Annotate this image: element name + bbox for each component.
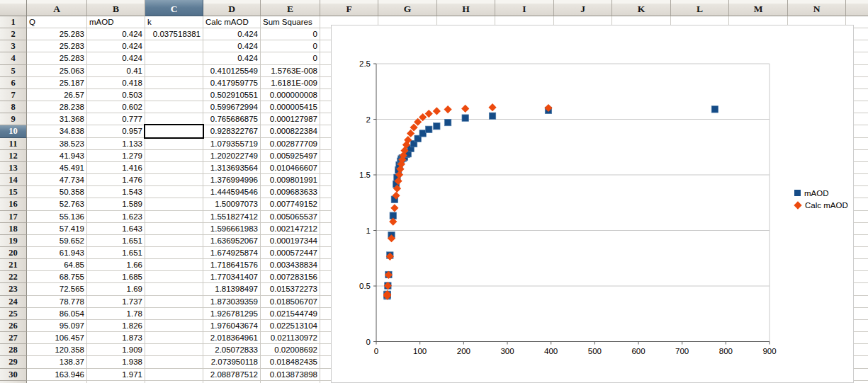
cell-C16[interactable] [145, 198, 203, 210]
cell-C9[interactable] [145, 113, 203, 125]
row-header-5[interactable]: 5 [0, 65, 27, 77]
cell-A25[interactable]: 86.054 [27, 308, 87, 320]
row-header-23[interactable]: 23 [0, 283, 27, 295]
cell-B2[interactable]: 0.424 [87, 28, 145, 40]
cell-E2[interactable]: 0 [261, 28, 320, 40]
row-header-10[interactable]: 10 [0, 125, 27, 137]
cell-B13[interactable]: 1.416 [87, 162, 145, 174]
cell-A2[interactable]: 25.283 [27, 28, 87, 40]
cell-D8[interactable]: 0.599672994 [203, 101, 261, 113]
cell-E18[interactable]: 0.002147212 [261, 223, 320, 235]
cell-A13[interactable]: 45.491 [27, 162, 87, 174]
cell-D5[interactable]: 0.410125549 [203, 65, 261, 77]
cell-A14[interactable]: 47.734 [27, 174, 87, 186]
cell-E24[interactable]: 0.018506707 [261, 296, 320, 308]
row-header-30[interactable]: 30 [0, 369, 27, 381]
cell-E17[interactable]: 0.005065537 [261, 211, 320, 223]
cell-D6[interactable]: 0.417959775 [203, 77, 261, 89]
cell-E13[interactable]: 0.010466607 [261, 162, 320, 174]
row-header-7[interactable]: 7 [0, 89, 27, 101]
cell-C1[interactable]: k [145, 16, 203, 28]
row-header-24[interactable]: 24 [0, 296, 27, 308]
legend-entry-Calc-mAOD[interactable]: Calc mAOD [794, 199, 848, 211]
cell-D23[interactable]: 1.81398497 [203, 283, 261, 295]
cell-C13[interactable] [145, 162, 203, 174]
cell-B21[interactable]: 1.66 [87, 259, 145, 271]
cell-C8[interactable] [145, 101, 203, 113]
cell-A3[interactable]: 25.283 [27, 40, 87, 52]
cell-E22[interactable]: 0.007283156 [261, 271, 320, 283]
cell-A29[interactable]: 138.37 [27, 356, 87, 368]
row-header-22[interactable]: 22 [0, 271, 27, 283]
cell-B28[interactable]: 1.909 [87, 344, 145, 356]
row-header-18[interactable]: 18 [0, 223, 27, 235]
column-header-L[interactable]: L [671, 0, 729, 16]
cell-D3[interactable]: 0.424 [203, 40, 261, 52]
row-header-16[interactable]: 16 [0, 198, 27, 210]
row-header-3[interactable]: 3 [0, 40, 27, 52]
cell-A11[interactable]: 38.523 [27, 138, 87, 150]
cell-D30[interactable]: 2.088787512 [203, 369, 261, 381]
row-header-15[interactable]: 15 [0, 186, 27, 198]
cell-C19[interactable] [145, 235, 203, 247]
cell-C14[interactable] [145, 174, 203, 186]
cell-D19[interactable]: 1.636952067 [203, 235, 261, 247]
cell-A24[interactable]: 78.778 [27, 296, 87, 308]
cell-B5[interactable]: 0.41 [87, 65, 145, 77]
cell-E12[interactable]: 0.005925497 [261, 150, 320, 162]
column-header-M[interactable]: M [729, 0, 788, 16]
cell-C21[interactable] [145, 259, 203, 271]
cell-A20[interactable]: 61.943 [27, 247, 87, 259]
cell-B8[interactable]: 0.602 [87, 101, 145, 113]
column-header-C[interactable]: C [145, 0, 203, 16]
cell-E16[interactable]: 0.007749152 [261, 198, 320, 210]
cell-B18[interactable]: 1.643 [87, 223, 145, 235]
column-header-E[interactable]: E [261, 0, 320, 16]
cell-A26[interactable]: 95.097 [27, 320, 87, 332]
cell-E1[interactable]: Sum Squares [261, 16, 320, 28]
cell-A1[interactable]: Q [27, 16, 87, 28]
row-header-19[interactable]: 19 [0, 235, 27, 247]
cell-E11[interactable]: 0.002877709 [261, 138, 320, 150]
cell-B10[interactable]: 0.957 [87, 125, 145, 137]
row-header-12[interactable]: 12 [0, 150, 27, 162]
cell-D4[interactable]: 0.424 [203, 52, 261, 64]
row-header-27[interactable]: 27 [0, 332, 27, 344]
cell-A10[interactable]: 34.838 [27, 125, 87, 137]
cell-A12[interactable]: 41.943 [27, 150, 87, 162]
cell-B4[interactable]: 0.424 [87, 52, 145, 64]
cell-E7[interactable]: 0.000000008 [261, 89, 320, 101]
cell-C22[interactable] [145, 271, 203, 283]
cell-C26[interactable] [145, 320, 203, 332]
cell-E27[interactable]: 0.021130972 [261, 332, 320, 344]
cell-D10[interactable]: 0.928322767 [203, 125, 261, 137]
cell-E14[interactable]: 0.009801991 [261, 174, 320, 186]
cell-E19[interactable]: 0.000197344 [261, 235, 320, 247]
cell-E5[interactable]: 1.5763E-008 [261, 65, 320, 77]
cell-D11[interactable]: 1.079355719 [203, 138, 261, 150]
cell-B9[interactable]: 0.777 [87, 113, 145, 125]
cell-D7[interactable]: 0.502910551 [203, 89, 261, 101]
cell-A19[interactable]: 59.652 [27, 235, 87, 247]
cell-A18[interactable]: 57.419 [27, 223, 87, 235]
cell-A21[interactable]: 64.85 [27, 259, 87, 271]
column-header-I[interactable]: I [495, 0, 554, 16]
cell-B6[interactable]: 0.418 [87, 77, 145, 89]
cell-A17[interactable]: 55.136 [27, 211, 87, 223]
cell-B24[interactable]: 1.737 [87, 296, 145, 308]
row-header-4[interactable]: 4 [0, 52, 27, 64]
cell-D2[interactable]: 0.424 [203, 28, 261, 40]
row-header-6[interactable]: 6 [0, 77, 27, 89]
cell-A28[interactable]: 120.358 [27, 344, 87, 356]
cell-C6[interactable] [145, 77, 203, 89]
cell-E20[interactable]: 0.000572447 [261, 247, 320, 259]
cell-A4[interactable]: 25.283 [27, 52, 87, 64]
row-header-17[interactable]: 17 [0, 211, 27, 223]
cell-C30[interactable] [145, 369, 203, 381]
cell-B29[interactable]: 1.938 [87, 356, 145, 368]
cell-C15[interactable] [145, 186, 203, 198]
cell-A5[interactable]: 25.063 [27, 65, 87, 77]
cell-C20[interactable] [145, 247, 203, 259]
column-header-A[interactable]: A [27, 0, 87, 16]
cell-E28[interactable]: 0.02008692 [261, 344, 320, 356]
